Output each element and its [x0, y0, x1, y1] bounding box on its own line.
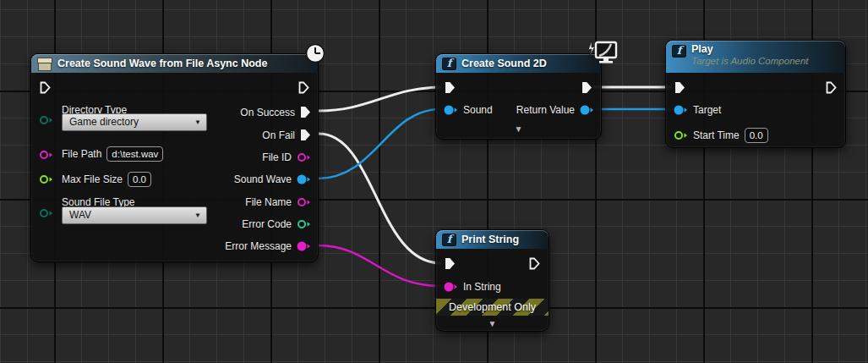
file-path-input[interactable]: d:\test.wav	[106, 146, 163, 162]
max-file-size-pin[interactable]	[39, 174, 53, 184]
wire-sound-wave[interactable]	[318, 109, 440, 179]
target-label: Target	[693, 104, 721, 116]
target-pin[interactable]	[674, 105, 688, 115]
error-message-label: Error Message	[225, 240, 292, 252]
file-id-label: File ID	[262, 151, 292, 163]
node-title: Create Sound Wave from File Async Node	[57, 58, 267, 69]
file-path-label: File Path	[62, 148, 101, 160]
cursor-monitor-icon	[585, 39, 619, 65]
start-time-label: Start Time	[693, 129, 740, 141]
expand-advanced-arrow[interactable]: ▼	[515, 125, 523, 134]
sound-file-type-value: WAV	[69, 209, 91, 221]
function-icon: f	[442, 234, 456, 246]
sound-file-type-dropdown[interactable]: WAV ▼	[62, 206, 207, 224]
chevron-down-icon: ▼	[194, 207, 201, 224]
exec-out-pin[interactable]	[581, 81, 592, 94]
return-value-label: Return Value	[516, 104, 575, 116]
node-title: Play	[691, 43, 809, 55]
development-only-banner: Development Only	[436, 299, 549, 316]
sound-label: Sound	[463, 104, 493, 116]
exec-out-pin[interactable]	[298, 81, 309, 94]
sound-wave-pin[interactable]	[297, 174, 311, 184]
directory-type-pin[interactable]	[39, 115, 53, 125]
file-id-pin[interactable]	[297, 152, 311, 162]
file-path-pin[interactable]	[39, 150, 53, 160]
latent-clock-icon	[305, 43, 325, 63]
exec-in-pin[interactable]	[445, 257, 456, 270]
node-create-sound-2d[interactable]: f Create Sound 2D Sound Return Value ▼	[435, 53, 602, 140]
error-code-label: Error Code	[242, 218, 292, 230]
node-subtitle: Target is Audio Component	[691, 56, 809, 66]
exec-in-pin[interactable]	[40, 81, 51, 94]
function-icon: f	[672, 45, 686, 58]
exec-in-pin[interactable]	[445, 81, 456, 94]
wire-error-message[interactable]	[318, 245, 440, 286]
file-name-pin[interactable]	[297, 197, 311, 207]
node-title: Print String	[461, 234, 519, 245]
exec-in-pin[interactable]	[674, 81, 685, 94]
directory-type-value: Game directory	[69, 116, 139, 128]
start-time-pin[interactable]	[674, 130, 688, 140]
sound-file-type-pin[interactable]	[39, 208, 53, 218]
sound-wave-label: Sound Wave	[234, 173, 292, 185]
error-code-pin[interactable]	[297, 219, 311, 229]
file-name-label: File Name	[245, 196, 292, 208]
on-fail-exec-pin[interactable]	[300, 129, 311, 141]
on-success-exec-pin[interactable]	[300, 106, 311, 118]
node-create-sound-wave-async[interactable]: Create Sound Wave from File Async Node D…	[30, 53, 319, 262]
start-time-input[interactable]: 0.0	[745, 128, 768, 143]
in-string-pin[interactable]	[444, 282, 458, 292]
max-file-size-label: Max File Size	[62, 173, 123, 185]
function-icon: f	[442, 58, 456, 70]
expand-advanced-arrow[interactable]: ▼	[489, 320, 497, 328]
node-title: Create Sound 2D	[461, 58, 547, 69]
exec-out-pin[interactable]	[826, 81, 837, 94]
chevron-down-icon: ▼	[194, 114, 201, 131]
error-message-pin[interactable]	[297, 241, 311, 251]
directory-type-dropdown[interactable]: Game directory ▼	[62, 113, 207, 131]
return-value-pin[interactable]	[580, 105, 594, 115]
on-success-label: On Success	[240, 107, 295, 118]
blueprint-graph-canvas[interactable]: Create Sound Wave from File Async Node D…	[0, 0, 868, 363]
wire-on-success-exec[interactable]	[319, 87, 441, 111]
node-play[interactable]: f Play Target is Audio Component Target …	[665, 40, 846, 148]
node-print-string[interactable]: f Print String In String Development Onl…	[435, 229, 549, 332]
sound-input-pin[interactable]	[444, 105, 458, 115]
async-task-icon	[37, 58, 52, 70]
max-file-size-input[interactable]: 0.0	[128, 172, 151, 187]
node-title-bar[interactable]: f Create Sound 2D	[436, 54, 601, 73]
node-title-bar[interactable]: f Play Target is Audio Component	[666, 41, 845, 73]
in-string-label: In String	[463, 281, 501, 293]
wire-on-fail-exec[interactable]	[319, 134, 441, 263]
on-fail-label: On Fail	[262, 129, 295, 141]
exec-out-pin[interactable]	[529, 257, 540, 270]
node-title-bar[interactable]: f Print String	[436, 230, 549, 249]
development-only-text: Development Only	[449, 301, 536, 313]
node-title-bar[interactable]: Create Sound Wave from File Async Node	[31, 54, 318, 73]
